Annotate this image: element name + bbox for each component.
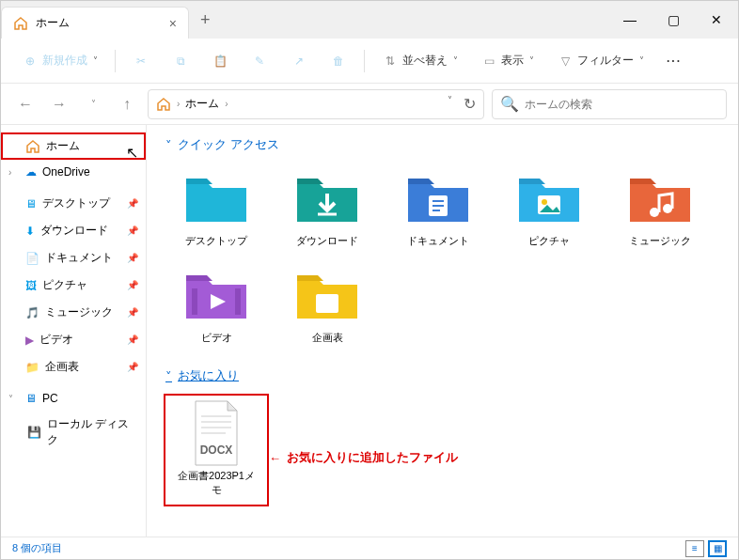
item-videos[interactable]: ビデオ [165, 261, 267, 349]
sort-button[interactable]: ⇅ 並べ替え ˅ [372, 47, 467, 75]
address-bar[interactable]: › ホーム › ˅ ↻ [148, 89, 484, 119]
copy-button[interactable]: ⧉ [163, 47, 198, 75]
section-quick-access[interactable]: ˅ クイック アクセス [165, 136, 719, 153]
view-button[interactable]: ▭ 表示 ˅ [471, 47, 543, 75]
svg-rect-10 [235, 288, 241, 315]
maximize-button[interactable]: ▢ [652, 1, 695, 39]
item-docx-file[interactable]: DOCX 企画書2023P1メモ [165, 396, 267, 505]
chevron-down-icon[interactable]: ˅ [448, 95, 452, 113]
sidebar-item-music[interactable]: 🎵ミュージック📌 [1, 299, 146, 326]
view-label: 表示 [501, 53, 524, 69]
pin-icon: 📌 [127, 307, 138, 318]
close-button[interactable]: ✕ [695, 1, 738, 39]
rename-button[interactable]: ✎ [242, 47, 277, 75]
disk-icon: 💾 [27, 426, 41, 439]
refresh-icon[interactable]: ↻ [464, 95, 476, 113]
separator [364, 50, 365, 72]
item-documents[interactable]: ドキュメント [387, 164, 489, 252]
toolbar: ⊕ 新規作成 ˅ ✂ ⧉ 📋 ✎ ↗ 🗑 ⇅ 並べ替え ˅ ▭ 表示 ˅ ▽ フ… [1, 39, 738, 84]
recent-button[interactable]: ˅ [80, 91, 106, 117]
item-music[interactable]: ミュージック [609, 164, 711, 252]
section-favorites[interactable]: ˅ お気に入り [165, 367, 719, 384]
paste-button[interactable]: 📋 [202, 47, 238, 75]
sort-label: 並べ替え [402, 53, 448, 69]
cut-button[interactable]: ✂ [123, 47, 159, 75]
quick-access-grid: デスクトップ ダウンロード ドキュメント ピクチャ ミュージック ビデオ [165, 164, 719, 349]
content-area: ˅ クイック アクセス デスクトップ ダウンロード ドキュメント ピクチャ [147, 125, 738, 537]
forward-button[interactable]: → [46, 91, 72, 117]
folder-desktop-icon [182, 171, 250, 226]
annotation-callout: ← お気に入りに追加したファイル [269, 449, 458, 466]
sidebar-label: ダウンロード [40, 223, 108, 239]
back-button[interactable]: ← [12, 91, 39, 117]
item-label: デスクトップ [185, 234, 247, 248]
sidebar-label: ビデオ [39, 332, 73, 348]
tab-home[interactable]: ホーム × [1, 7, 189, 39]
sidebar-item-videos[interactable]: ▶ビデオ📌 [1, 326, 146, 353]
chevron-down-icon: ˅ [529, 55, 534, 66]
more-button[interactable]: ··· [657, 49, 691, 73]
item-label: ビデオ [201, 331, 232, 345]
pin-icon: 📌 [127, 253, 138, 263]
chevron-down-icon: ˅ [165, 369, 172, 383]
filter-button[interactable]: ▽ フィルター ˅ [547, 47, 653, 75]
svg-rect-11 [316, 294, 338, 313]
sidebar-label: ミュージック [45, 304, 113, 320]
search-box[interactable]: 🔍 [492, 89, 727, 119]
section-label: クイック アクセス [178, 136, 279, 153]
search-input[interactable] [525, 98, 718, 111]
sidebar-label: OneDrive [42, 165, 90, 179]
chevron-down-icon: ˅ [93, 55, 98, 66]
rename-icon: ✎ [251, 53, 268, 70]
sidebar-item-onedrive[interactable]: › ☁ OneDrive [1, 160, 146, 184]
item-desktop[interactable]: デスクトップ [165, 164, 267, 252]
up-button[interactable]: ↑ [114, 91, 140, 117]
share-button[interactable]: ↗ [281, 47, 317, 75]
separator [115, 50, 116, 72]
item-label: ダウンロード [296, 234, 358, 248]
sidebar-item-localdisk[interactable]: 💾ローカル ディスク [1, 411, 146, 454]
item-downloads[interactable]: ダウンロード [276, 164, 378, 252]
view-details-button[interactable]: ≡ [685, 540, 704, 557]
view-icon: ▭ [480, 53, 497, 70]
sidebar-item-pc[interactable]: ˅🖥PC [1, 386, 146, 411]
svg-point-6 [542, 199, 547, 205]
sidebar-item-desktop[interactable]: 🖥デスクトップ📌 [1, 190, 146, 217]
item-label: ドキュメント [407, 234, 469, 248]
sidebar-item-downloads[interactable]: ⬇ダウンロード📌 [1, 217, 146, 244]
crumb-home[interactable]: ホーム [185, 96, 219, 112]
home-icon [156, 97, 171, 112]
delete-button[interactable]: 🗑 [321, 47, 356, 75]
video-icon: ▶ [25, 334, 34, 347]
status-text: 8 個の項目 [12, 541, 62, 555]
sidebar-label: ローカル ディスク [47, 416, 138, 448]
chevron-down-icon[interactable]: ˅ [8, 394, 20, 404]
chevron-right-icon[interactable]: › [8, 167, 20, 178]
sidebar-item-home[interactable]: ホーム ↖ [1, 132, 146, 160]
folder-video-icon [182, 268, 250, 322]
sidebar-item-documents[interactable]: 📄ドキュメント📌 [1, 244, 146, 272]
sidebar-label: PC [42, 392, 58, 405]
navbar: ← → ˅ ↑ › ホーム › ˅ ↻ 🔍 [1, 84, 738, 125]
picture-icon: 🖼 [25, 279, 37, 292]
view-icons-button[interactable]: ▦ [708, 540, 727, 557]
svg-text:DOCX: DOCX [200, 443, 233, 457]
window-controls: — ▢ ✕ [608, 1, 738, 39]
item-plans[interactable]: 企画表 [276, 261, 378, 349]
sidebar-item-pictures[interactable]: 🖼ピクチャ📌 [1, 272, 146, 299]
sidebar-item-plans[interactable]: 📁企画表📌 [1, 353, 146, 381]
new-tab-button[interactable]: + [189, 10, 222, 30]
chevron-right-icon: › [225, 99, 228, 109]
arrow-left-icon: ← [269, 451, 281, 465]
item-pictures[interactable]: ピクチャ [498, 164, 600, 252]
new-label: 新規作成 [42, 53, 87, 69]
statusbar: 8 個の項目 ≡ ▦ [1, 537, 738, 559]
sort-icon: ⇅ [382, 53, 399, 70]
new-button[interactable]: ⊕ 新規作成 ˅ [12, 47, 107, 75]
item-label: 企画表 [312, 331, 343, 345]
folder-picture-icon [515, 171, 583, 226]
minimize-button[interactable]: — [608, 1, 652, 39]
cloud-icon: ☁ [25, 165, 37, 179]
tab-close-icon[interactable]: × [169, 16, 177, 31]
sidebar-label: 企画表 [45, 359, 79, 375]
